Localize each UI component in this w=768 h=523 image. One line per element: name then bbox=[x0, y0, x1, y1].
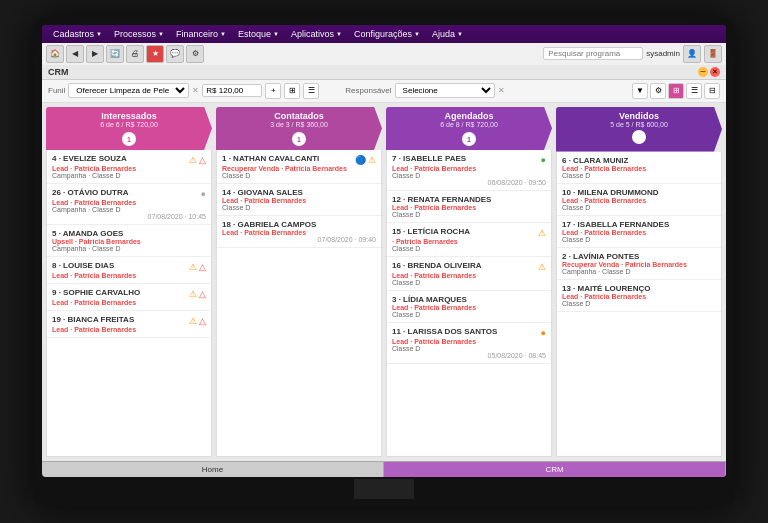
card-id-name: 12 · RENATA FERNANDES bbox=[392, 195, 491, 204]
table-row[interactable]: 7 · ISABELLE PAES ● Lead · Patrícia Bern… bbox=[387, 150, 551, 191]
toolbar-home-btn[interactable]: 🏠 bbox=[46, 45, 64, 63]
responsavel-select[interactable]: Selecione bbox=[395, 83, 495, 98]
table-row[interactable]: 14 · GIOVANA SALES Lead · Patrícia Berna… bbox=[217, 184, 381, 216]
card-sub: Lead · Patrícia Bernardes bbox=[52, 199, 206, 206]
card-info: Campanha · Classe D bbox=[52, 206, 206, 213]
table-row[interactable]: 13 · MAITÉ LOURENÇO Lead · Patrícia Bern… bbox=[557, 280, 721, 312]
close-button[interactable]: ✕ bbox=[710, 67, 720, 77]
toolbar-print-btn[interactable]: 🖨 bbox=[126, 45, 144, 63]
card-sub: Recuperar Venda · Patrícia Bernardes bbox=[222, 165, 376, 172]
card-id-name: 13 · MAITÉ LOURENÇO bbox=[562, 284, 650, 293]
responsavel-clear[interactable]: ✕ bbox=[498, 86, 505, 95]
table-row[interactable]: 6 · CLARA MUNIZ Lead · Patrícia Bernarde… bbox=[557, 152, 721, 184]
col-interessados-header: Interessados 6 de 6 / R$ 720,00 1 bbox=[46, 107, 212, 151]
minimize-button[interactable]: ─ bbox=[698, 67, 708, 77]
toolbar-user-btn[interactable]: 👤 bbox=[683, 45, 701, 63]
card-info: Classe D bbox=[562, 236, 716, 243]
dropdown-arrow: ▼ bbox=[220, 31, 226, 37]
table-row[interactable]: 3 · LÍDIA MARQUES Lead · Patrícia Bernar… bbox=[387, 291, 551, 323]
toolbar-settings-btn[interactable]: ⚙ bbox=[186, 45, 204, 63]
menu-processos[interactable]: Processos ▼ bbox=[109, 27, 169, 41]
card-date: 05/08/2020 · 08:45 bbox=[392, 352, 546, 359]
col-agendados-count: 1 bbox=[462, 132, 476, 146]
add-btn[interactable]: + bbox=[265, 83, 281, 99]
toolbar-star-btn[interactable]: ★ bbox=[146, 45, 164, 63]
table-row[interactable]: 19 · BIANCA FREITAS ⚠△ Lead · Patrícia B… bbox=[47, 311, 211, 338]
list-btn[interactable]: ☰ bbox=[303, 83, 319, 99]
app-title-bar: CRM ─ ✕ bbox=[42, 65, 726, 80]
ok-icon: ● bbox=[541, 155, 546, 165]
table-row[interactable]: 1 · NATHAN CAVALCANTI 🔵⚠ Recuperar Venda… bbox=[217, 150, 381, 184]
card-id-name: 3 · LÍDIA MARQUES bbox=[392, 295, 467, 304]
table-row[interactable]: 12 · RENATA FERNANDES Lead · Patrícia Be… bbox=[387, 191, 551, 223]
card-id-name: 2 · LAVÍNIA PONTES bbox=[562, 252, 639, 261]
card-info: Classe D bbox=[392, 345, 546, 352]
col-vendidos-subtitle: 5 de 5 / R$ 600,00 bbox=[562, 121, 716, 128]
col-contatados-body[interactable]: 1 · NATHAN CAVALCANTI 🔵⚠ Recuperar Venda… bbox=[216, 150, 382, 457]
col-interessados-body[interactable]: 4 · EVELIZE SOUZA ⚠△ Lead · Patrícia Ber… bbox=[46, 150, 212, 457]
col-interessados-subtitle: 6 de 6 / R$ 720,00 bbox=[52, 121, 206, 128]
menu-configuracoes[interactable]: Configurações ▼ bbox=[349, 27, 425, 41]
card-sub: Lead · Patrícia Bernardes bbox=[392, 338, 546, 345]
funil-group: Funil Oferecer Limpeza de Pele ✕ + ⊞ ☰ bbox=[48, 83, 319, 99]
col-vendidos-body[interactable]: 6 · CLARA MUNIZ Lead · Patrícia Bernarde… bbox=[556, 152, 722, 457]
table-row[interactable]: 4 · EVELIZE SOUZA ⚠△ Lead · Patrícia Ber… bbox=[47, 150, 211, 184]
warning-icon: ⚠ bbox=[189, 262, 197, 272]
table-row[interactable]: 8 · LOUISE DIAS ⚠△ Lead · Patrícia Berna… bbox=[47, 257, 211, 284]
taskbar-home[interactable]: Home bbox=[42, 462, 384, 477]
danger-icon: △ bbox=[199, 262, 206, 272]
table-row[interactable]: 15 · LETÍCIA ROCHA ⚠ · Patrícia Bernarde… bbox=[387, 223, 551, 257]
view-table-btn[interactable]: ⊟ bbox=[704, 83, 720, 99]
card-sub: Lead · Patrícia Bernardes bbox=[52, 165, 206, 172]
settings-icon-btn[interactable]: ⚙ bbox=[650, 83, 666, 99]
toolbar-chat-btn[interactable]: 💬 bbox=[166, 45, 184, 63]
value-input[interactable] bbox=[202, 84, 262, 97]
toolbar-refresh-btn[interactable]: 🔄 bbox=[106, 45, 124, 63]
card-info: Campanha · Classe D bbox=[52, 172, 206, 179]
menu-aplicativos[interactable]: Aplicativos ▼ bbox=[286, 27, 347, 41]
menu-cadastros[interactable]: Cadastros ▼ bbox=[48, 27, 107, 41]
grid-btn[interactable]: ⊞ bbox=[284, 83, 300, 99]
dropdown-arrow: ▼ bbox=[158, 31, 164, 37]
card-info: Classe D bbox=[562, 300, 716, 307]
view-list-btn[interactable]: ☰ bbox=[686, 83, 702, 99]
table-row[interactable]: 5 · AMANDA GOES Upsell · Patrícia Bernar… bbox=[47, 225, 211, 257]
kanban-columns: Interessados 6 de 6 / R$ 720,00 1 4 · EV… bbox=[42, 103, 726, 461]
card-id-name: 26 · OTÁVIO DUTRA bbox=[52, 188, 128, 197]
kanban-area: Interessados 6 de 6 / R$ 720,00 1 4 · EV… bbox=[42, 103, 726, 461]
table-row[interactable]: 18 · GABRIELA CAMPOS Lead · Patrícia Ber… bbox=[217, 216, 381, 248]
table-row[interactable]: 2 · LAVÍNIA PONTES Recuperar Venda · Pat… bbox=[557, 248, 721, 280]
funil-select[interactable]: Oferecer Limpeza de Pele bbox=[68, 83, 189, 98]
toolbar-logout-btn[interactable]: 🚪 bbox=[704, 45, 722, 63]
filter-icon-btn[interactable]: ▼ bbox=[632, 83, 648, 99]
table-row[interactable]: 26 · OTÁVIO DUTRA ● Lead · Patrícia Bern… bbox=[47, 184, 211, 225]
col-vendidos: Vendidos 5 de 5 / R$ 600,00 6 · CLARA MU… bbox=[556, 107, 722, 457]
card-sub: Lead · Patrícia Bernardes bbox=[562, 229, 716, 236]
col-contatados-header: Contatados 3 de 3 / R$ 360,00 1 bbox=[216, 107, 382, 151]
filter-bar: Funil Oferecer Limpeza de Pele ✕ + ⊞ ☰ R… bbox=[42, 80, 726, 103]
card-id-name: 14 · GIOVANA SALES bbox=[222, 188, 303, 197]
table-row[interactable]: 16 · BRENDA OLIVEIRA ⚠ Lead · Patrícia B… bbox=[387, 257, 551, 291]
card-sub: Lead · Patrícia Bernardes bbox=[222, 197, 376, 204]
table-row[interactable]: 10 · MILENA DRUMMOND Lead · Patrícia Ber… bbox=[557, 184, 721, 216]
card-sub: Lead · Patrícia Bernardes bbox=[392, 272, 546, 279]
menu-estoque[interactable]: Estoque ▼ bbox=[233, 27, 284, 41]
table-row[interactable]: 9 · SOPHIE CARVALHO ⚠△ Lead · Patrícia B… bbox=[47, 284, 211, 311]
taskbar-crm[interactable]: CRM bbox=[384, 462, 726, 477]
col-agendados-body[interactable]: 7 · ISABELLE PAES ● Lead · Patrícia Bern… bbox=[386, 150, 552, 457]
menu-financeiro[interactable]: Financeiro ▼ bbox=[171, 27, 231, 41]
toolbar-forward-btn[interactable]: ▶ bbox=[86, 45, 104, 63]
toolbar-back-btn[interactable]: ◀ bbox=[66, 45, 84, 63]
search-input[interactable] bbox=[543, 47, 643, 60]
card-id-name: 6 · CLARA MUNIZ bbox=[562, 156, 628, 165]
menu-ajuda[interactable]: Ajuda ▼ bbox=[427, 27, 468, 41]
card-sub: Recuperar Venda · Patrícia Bernardes bbox=[562, 261, 716, 268]
dropdown-arrow: ▼ bbox=[273, 31, 279, 37]
table-row[interactable]: 11 · LARISSA DOS SANTOS ● Lead · Patríci… bbox=[387, 323, 551, 364]
table-row[interactable]: 17 · ISABELLA FERNANDES Lead · Patrícia … bbox=[557, 216, 721, 248]
funil-clear[interactable]: ✕ bbox=[192, 86, 199, 95]
info-icon: 🔵 bbox=[355, 155, 366, 165]
window-controls: ─ ✕ bbox=[698, 67, 720, 77]
danger-icon: △ bbox=[199, 289, 206, 299]
view-kanban-btn[interactable]: ⊞ bbox=[668, 83, 684, 99]
